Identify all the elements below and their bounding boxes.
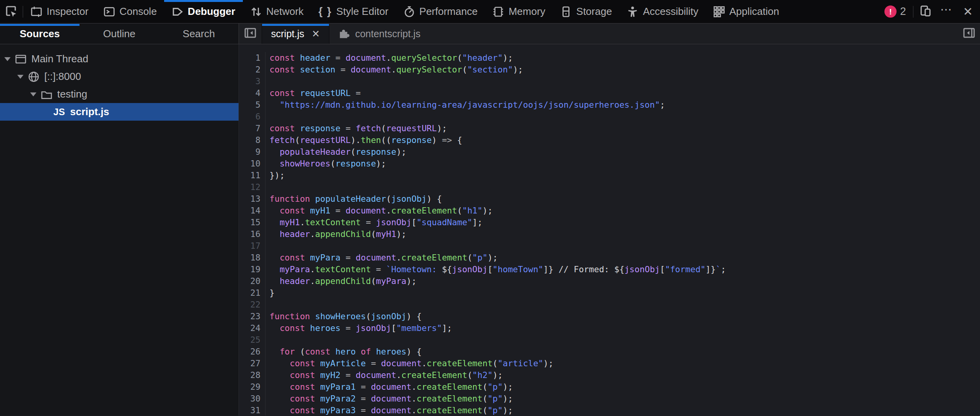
tab-network[interactable]: Network <box>243 0 311 23</box>
line-number[interactable]: 25 <box>239 334 260 346</box>
line-number[interactable]: 12 <box>239 181 260 193</box>
code-line[interactable] <box>269 334 726 346</box>
tree-item--8000[interactable]: [::]:8000 <box>0 68 239 85</box>
line-number[interactable]: 22 <box>239 299 260 311</box>
code-line[interactable]: for (const hero of heroes) { <box>269 346 726 358</box>
code-line[interactable]: "https://mdn.github.io/learning-area/jav… <box>269 99 726 111</box>
code-line[interactable]: const header = document.querySelector("h… <box>269 52 726 64</box>
code-line[interactable]: const myPara2 = document.createElement("… <box>269 393 726 405</box>
tab-label: Storage <box>576 5 612 18</box>
expand-caret-icon[interactable] <box>17 75 28 79</box>
expand-caret-icon[interactable] <box>30 92 41 96</box>
tree-item-testing[interactable]: testing <box>0 85 239 103</box>
panel-tab-search[interactable]: Search <box>159 24 239 44</box>
collapse-sources-panel-button[interactable] <box>239 24 262 44</box>
code-line[interactable]: myPara.textContent = `Hometown: ${jsonOb… <box>269 264 726 275</box>
code-line[interactable]: const myPara1 = document.createElement("… <box>269 381 726 393</box>
tab-style-editor[interactable]: { }Style Editor <box>311 0 396 23</box>
line-number[interactable]: 5 <box>239 99 260 111</box>
tree-item-script-js[interactable]: JSscript.js <box>0 103 239 121</box>
tab-application[interactable]: Application <box>706 0 787 23</box>
code-line[interactable]: const myPara3 = document.createElement("… <box>269 405 726 416</box>
line-number[interactable]: 27 <box>239 358 260 369</box>
error-count-badge[interactable]: ! 2 <box>881 5 910 18</box>
line-number[interactable]: 10 <box>239 158 260 170</box>
line-number[interactable]: 7 <box>239 123 260 134</box>
code-line[interactable]: const requestURL = <box>269 87 726 99</box>
code-line[interactable]: function showHeroes(jsonObj) { <box>269 311 726 322</box>
line-number[interactable]: 26 <box>239 346 260 358</box>
line-number[interactable]: 17 <box>239 240 260 252</box>
line-number[interactable]: 20 <box>239 275 260 287</box>
line-number[interactable]: 24 <box>239 322 260 334</box>
tab-inspector[interactable]: Inspector <box>23 0 96 23</box>
code-line[interactable] <box>269 111 726 123</box>
code-line[interactable]: populateHeader(response); <box>269 146 726 158</box>
code-content[interactable]: const header = document.querySelector("h… <box>266 52 726 416</box>
node-picker-button[interactable] <box>0 0 23 23</box>
code-token: = <box>340 323 356 333</box>
file-tab-contentscript[interactable]: contentscript.js <box>329 24 430 44</box>
code-line[interactable] <box>269 181 726 193</box>
code-editor[interactable]: 1234567891011121314151617181920212223242… <box>239 44 980 416</box>
expand-caret-icon[interactable] <box>4 57 15 61</box>
code-token: createElement <box>416 405 482 415</box>
line-number[interactable]: 2 <box>239 64 260 76</box>
line-number[interactable]: 30 <box>239 393 260 405</box>
line-number[interactable]: 31 <box>239 405 260 416</box>
code-line[interactable]: myH1.textContent = jsonObj["squadName"]; <box>269 217 726 228</box>
line-number[interactable]: 3 <box>239 76 260 87</box>
line-number[interactable]: 13 <box>239 193 260 205</box>
line-number[interactable]: 8 <box>239 134 260 146</box>
code-line[interactable]: fetch(requestURL).then((response) => { <box>269 134 726 146</box>
tab-console[interactable]: Console <box>96 0 164 23</box>
line-number[interactable]: 29 <box>239 381 260 393</box>
line-number[interactable]: 21 <box>239 287 260 299</box>
code-line[interactable]: header.appendChild(myPara); <box>269 275 726 287</box>
code-line[interactable] <box>269 240 726 252</box>
code-line[interactable]: header.appendChild(myH1); <box>269 228 726 240</box>
line-number[interactable]: 23 <box>239 311 260 322</box>
close-tab-icon[interactable]: ✕ <box>312 28 320 40</box>
responsive-design-button[interactable] <box>917 3 935 21</box>
panel-tab-outline[interactable]: Outline <box>80 24 159 44</box>
code-line[interactable]: const myH1 = document.createElement("h1"… <box>269 205 726 217</box>
code-line[interactable] <box>269 299 726 311</box>
tab-storage[interactable]: Storage <box>553 0 619 23</box>
code-line[interactable] <box>269 76 726 87</box>
tab-performance[interactable]: Performance <box>396 0 485 23</box>
line-number[interactable]: 28 <box>239 369 260 381</box>
code-line[interactable]: const response = fetch(requestURL); <box>269 123 726 134</box>
tab-memory[interactable]: Memory <box>485 0 553 23</box>
file-tab-script[interactable]: script.js✕ <box>262 24 329 44</box>
line-number[interactable]: 4 <box>239 87 260 99</box>
code-line[interactable]: const myH2 = document.createElement("h2"… <box>269 369 726 381</box>
tab-debugger[interactable]: Debugger <box>164 0 242 23</box>
code-line[interactable]: }); <box>269 170 726 181</box>
panel-tab-sources[interactable]: Sources <box>0 24 80 44</box>
code-line[interactable]: const myArticle = document.createElement… <box>269 358 726 369</box>
line-number[interactable]: 1 <box>239 52 260 64</box>
code-line[interactable]: const heroes = jsonObj["members"]; <box>269 322 726 334</box>
line-number[interactable]: 14 <box>239 205 260 217</box>
line-number[interactable]: 18 <box>239 252 260 264</box>
devtools-menu-button[interactable]: ⋯ <box>938 3 956 21</box>
line-number[interactable]: 11 <box>239 170 260 181</box>
close-devtools-button[interactable]: ✕ <box>959 3 977 21</box>
code-line[interactable]: function populateHeader(jsonObj) { <box>269 193 726 205</box>
tab-accessibility[interactable]: Accessibility <box>619 0 706 23</box>
code-line[interactable]: showHeroes(response); <box>269 158 726 170</box>
code-token: response <box>335 159 376 168</box>
toggle-panes-button[interactable] <box>963 24 980 44</box>
tree-item-main-thread[interactable]: Main Thread <box>0 50 239 68</box>
code-line[interactable]: } <box>269 287 726 299</box>
line-number[interactable]: 19 <box>239 264 260 275</box>
line-number[interactable]: 15 <box>239 217 260 228</box>
line-number-gutter[interactable]: 1234567891011121314151617181920212223242… <box>239 52 266 416</box>
code-line[interactable]: const section = document.querySelector("… <box>269 64 726 76</box>
line-number[interactable]: 9 <box>239 146 260 158</box>
code-line[interactable]: const myPara = document.createElement("p… <box>269 252 726 264</box>
line-number[interactable]: 16 <box>239 228 260 240</box>
code-token <box>269 147 280 157</box>
line-number[interactable]: 6 <box>239 111 260 123</box>
